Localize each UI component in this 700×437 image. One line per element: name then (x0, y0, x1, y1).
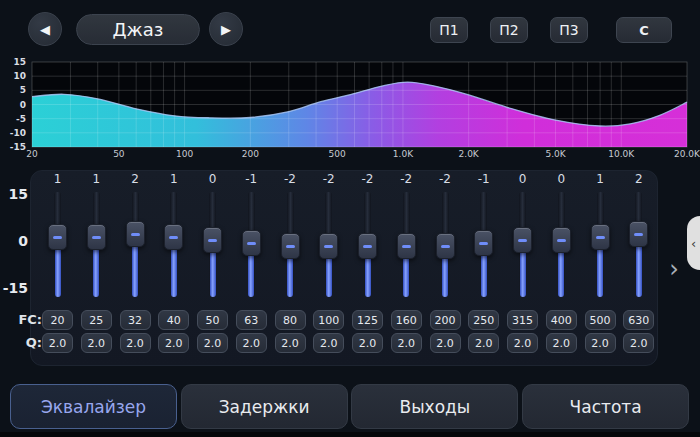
graph-y-tick-label: -10 (0, 128, 26, 138)
band-slider-handle[interactable] (87, 224, 106, 250)
band-fc-button[interactable]: 500 (585, 310, 616, 330)
right-triangle-icon: ▶ (221, 22, 231, 37)
left-triangle-icon: ◀ (40, 22, 50, 37)
band-column: 2322.0 (116, 170, 154, 366)
band-fc-button[interactable]: 40 (158, 310, 189, 330)
preset-prev-button[interactable]: ◀ (28, 12, 62, 46)
system-back-indicator[interactable]: ‹ (687, 216, 700, 270)
band-fc-button[interactable]: 315 (507, 310, 538, 330)
band-q-button[interactable]: 2.0 (275, 333, 306, 353)
band-column: -2802.0 (271, 170, 309, 366)
band-slider-handle[interactable] (436, 233, 455, 259)
band-fc-button[interactable]: 125 (352, 310, 383, 330)
band-fc-button[interactable]: 100 (313, 310, 344, 330)
band-q-button[interactable]: 2.0 (430, 333, 461, 353)
handle-grip-icon (557, 239, 566, 242)
band-q-button[interactable]: 2.0 (468, 333, 499, 353)
band-slider-handle[interactable] (319, 233, 338, 259)
band-q-button[interactable]: 2.0 (391, 333, 422, 353)
band-fc-button[interactable]: 200 (430, 310, 461, 330)
band-q-button[interactable]: 2.0 (197, 333, 228, 353)
band-fc-button[interactable]: 630 (623, 310, 654, 330)
band-column: -22002.0 (426, 170, 464, 366)
band-gain-value: -2 (387, 172, 425, 186)
equalizer-screen: ◀ Джаз ▶ П1 П2 П3 C 151050-5-10-15 20501… (0, 0, 700, 437)
band-q-button[interactable]: 2.0 (236, 333, 267, 353)
band-gain-value: -2 (349, 172, 387, 186)
memory-slot-3-button[interactable]: П3 (550, 17, 588, 43)
band-fc-button[interactable]: 400 (546, 310, 577, 330)
handle-grip-icon (518, 239, 527, 242)
band-fc-button[interactable]: 63 (236, 310, 267, 330)
graph-y-tick-label: 10 (0, 71, 26, 81)
slider-scale-zero: 0 (2, 233, 28, 249)
memory-slot-1-button[interactable]: П1 (430, 17, 468, 43)
reset-button[interactable]: C (616, 17, 672, 43)
band-slider-handle[interactable] (48, 224, 67, 250)
next-bands-page-button[interactable]: › (662, 254, 686, 284)
band-slider-handle[interactable] (591, 224, 610, 250)
band-slider-handle[interactable] (126, 221, 145, 247)
band-fc-button[interactable]: 50 (197, 310, 228, 330)
band-gain-value: 0 (194, 172, 232, 186)
handle-grip-icon (169, 236, 178, 239)
band-fc-button[interactable]: 25 (81, 310, 112, 330)
band-gain-value: -2 (426, 172, 464, 186)
handle-grip-icon (324, 245, 333, 248)
graph-y-tick-label: -5 (0, 114, 26, 124)
band-q-button[interactable]: 2.0 (42, 333, 73, 353)
band-q-button[interactable]: 2.0 (158, 333, 189, 353)
handle-grip-icon (286, 245, 295, 248)
band-slider-handle[interactable] (203, 227, 222, 253)
band-q-button[interactable]: 2.0 (81, 333, 112, 353)
band-gain-value: -1 (465, 172, 503, 186)
band-q-button[interactable]: 2.0 (546, 333, 577, 353)
memory-slot-2-button[interactable]: П2 (490, 17, 528, 43)
band-sliders: 1202.01252.02322.01402.00502.0-1632.0-28… (30, 170, 658, 366)
screen-bottom-edge (0, 432, 700, 437)
handle-grip-icon (208, 239, 217, 242)
band-slider-handle[interactable] (281, 233, 300, 259)
tab-delays[interactable]: Задержки (181, 384, 348, 429)
band-q-button[interactable]: 2.0 (507, 333, 538, 353)
handle-grip-icon (363, 245, 372, 248)
band-slider-handle[interactable] (474, 230, 493, 256)
reset-icon: C (639, 23, 649, 38)
band-gain-value: 1 (155, 172, 193, 186)
band-slider-handle[interactable] (242, 230, 261, 256)
graph-x-tick-label: 200 (230, 149, 270, 160)
handle-grip-icon (53, 236, 62, 239)
band-q-button[interactable]: 2.0 (352, 333, 383, 353)
band-slider-handle[interactable] (513, 227, 532, 253)
band-fc-button[interactable]: 160 (391, 310, 422, 330)
preset-selector[interactable]: Джаз (76, 14, 200, 45)
preset-next-button[interactable]: ▶ (209, 12, 243, 46)
band-q-button[interactable]: 2.0 (313, 333, 344, 353)
band-fc-button[interactable]: 250 (468, 310, 499, 330)
tab-frequency[interactable]: Частота (522, 384, 689, 429)
graph-x-tick-label: 100 (165, 149, 205, 160)
chevron-left-icon: ‹ (691, 236, 696, 251)
band-q-button[interactable]: 2.0 (120, 333, 151, 353)
band-fc-button[interactable]: 20 (42, 310, 73, 330)
band-column: 04002.0 (542, 170, 580, 366)
memory-slot-2-label: П2 (499, 22, 518, 38)
fc-row-label: FC: (6, 312, 42, 327)
graph-x-tick-label: 5.0K (536, 149, 576, 160)
band-q-button[interactable]: 2.0 (623, 333, 654, 353)
band-slider-handle[interactable] (397, 233, 416, 259)
band-slider-handle[interactable] (164, 224, 183, 250)
band-column: 1202.0 (39, 170, 77, 366)
band-q-button[interactable]: 2.0 (585, 333, 616, 353)
band-fc-button[interactable]: 80 (275, 310, 306, 330)
band-column: -21002.0 (310, 170, 348, 366)
band-column: -21252.0 (349, 170, 387, 366)
tab-equalizer[interactable]: Эквалайзер (10, 384, 177, 429)
band-slider-handle[interactable] (358, 233, 377, 259)
band-slider-handle[interactable] (629, 221, 648, 247)
memory-slot-1-label: П1 (439, 22, 458, 38)
slider-scale-min: -15 (2, 280, 28, 296)
band-slider-handle[interactable] (552, 227, 571, 253)
band-fc-button[interactable]: 32 (120, 310, 151, 330)
tab-outputs[interactable]: Выходы (351, 384, 518, 429)
